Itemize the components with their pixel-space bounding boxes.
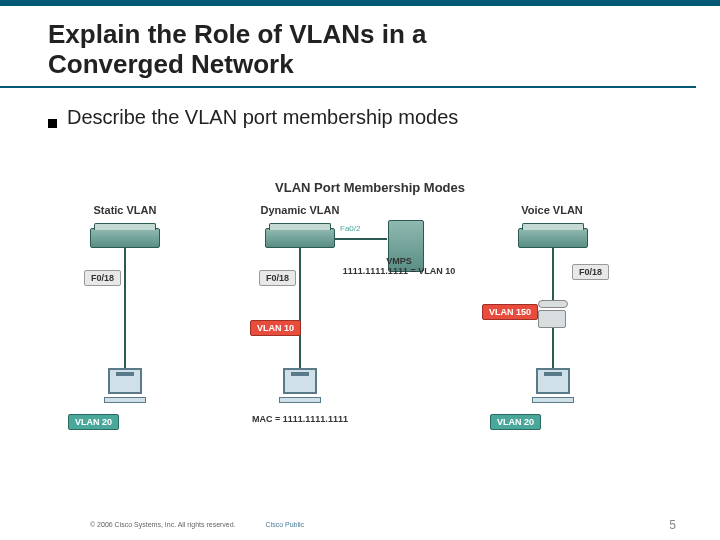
link-line xyxy=(335,238,387,240)
pc-icon xyxy=(104,368,146,403)
switch-icon xyxy=(90,228,160,248)
slide-title: Explain the Role of VLANs in a Converged… xyxy=(48,20,696,80)
bullet-square-icon xyxy=(48,119,57,128)
link-line xyxy=(552,248,554,300)
link-line xyxy=(552,328,554,368)
title-block: Explain the Role of VLANs in a Converged… xyxy=(0,6,696,88)
vlan-tag: VLAN 150 xyxy=(482,304,538,320)
port-label: Fa0/2 xyxy=(340,224,360,233)
switch-icon xyxy=(518,228,588,248)
col3-label: Voice VLAN xyxy=(492,204,612,216)
mac-label: MAC = 1111.1111.1111 xyxy=(240,414,360,424)
switch-icon xyxy=(265,228,335,248)
bullet-text: Describe the VLAN port membership modes xyxy=(67,106,458,129)
diagram: VLAN Port Membership Modes Static VLAN D… xyxy=(90,200,650,460)
bullet-row: Describe the VLAN port membership modes xyxy=(0,88,720,129)
pc-icon xyxy=(532,368,574,403)
copyright: © 2006 Cisco Systems, Inc. All rights re… xyxy=(90,521,236,528)
ip-phone-icon xyxy=(538,300,568,328)
col2-label: Dynamic VLAN xyxy=(240,204,360,216)
vlan-tag: VLAN 20 xyxy=(490,414,541,430)
port-tag: F0/18 xyxy=(84,270,121,286)
port-tag: F0/18 xyxy=(572,264,609,280)
title-line-2: Converged Network xyxy=(48,49,294,79)
pc-icon xyxy=(279,368,321,403)
vlan-tag: VLAN 20 xyxy=(68,414,119,430)
vmps-label: VMPS 1111.1111.1111 = VLAN 10 xyxy=(334,256,464,276)
link-line xyxy=(124,248,126,368)
col1-label: Static VLAN xyxy=(65,204,185,216)
title-line-1: Explain the Role of VLANs in a xyxy=(48,19,427,49)
cisco-public: Cisco Public xyxy=(266,521,305,528)
footer: © 2006 Cisco Systems, Inc. All rights re… xyxy=(0,521,720,528)
port-tag: F0/18 xyxy=(259,270,296,286)
diagram-title: VLAN Port Membership Modes xyxy=(90,180,650,195)
vlan-tag: VLAN 10 xyxy=(250,320,301,336)
page-number: 5 xyxy=(669,518,676,532)
link-line xyxy=(299,248,301,368)
